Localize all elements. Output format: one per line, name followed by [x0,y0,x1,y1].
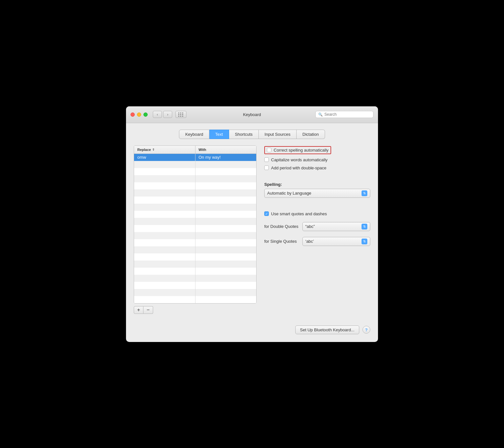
table-row[interactable] [134,289,256,296]
spelling-section: Spelling: Automatic by Language ⇅ [264,182,370,198]
cell-with [195,246,257,253]
tab-shortcuts[interactable]: Shortcuts [229,130,259,139]
table-row[interactable] [134,268,256,275]
cell-replace [134,161,195,168]
table-row[interactable] [134,189,256,197]
cell-replace [134,282,195,289]
double-quotes-arrow-icon: ⇅ [362,224,367,229]
table-row[interactable] [134,218,256,225]
single-quotes-label: for Single Quotes [264,239,300,244]
cell-with [195,168,257,175]
smart-quotes-checkbox[interactable]: ✓ [264,211,269,216]
main-window: ‹ › Keyboard 🔍 Keyboard Text Shortcuts I… [126,106,378,342]
single-quotes-value: ‘abc’ [305,239,314,244]
search-box[interactable]: 🔍 [315,111,373,118]
content-area: Keyboard Text Shortcuts Input Sources Di… [126,123,378,342]
correct-spelling-highlight: Correct spelling automatically [264,146,331,154]
table-row[interactable] [134,246,256,253]
table-row[interactable] [134,239,256,246]
maximize-button[interactable] [143,112,148,117]
table-row[interactable] [134,253,256,261]
tab-input-sources[interactable]: Input Sources [259,130,297,139]
table-row[interactable] [134,261,256,268]
correct-spelling-checkbox[interactable] [267,148,271,152]
cell-with [195,253,257,261]
grid-button[interactable] [175,111,186,118]
cell-replace [134,197,195,204]
cell-replace [134,211,195,218]
double-quotes-row: for Double Quotes “abc” ⇅ [264,222,370,231]
cell-with [195,239,257,246]
cell-with [195,282,257,289]
help-button[interactable]: ? [362,326,370,334]
cell-with [195,204,257,211]
footer: Set Up Bluetooth Keyboard... ? [134,322,370,334]
smart-quotes-label: Use smart quotes and dashes [271,211,327,216]
cell-with [195,218,257,225]
tabs: Keyboard Text Shortcuts Input Sources Di… [134,130,370,139]
table-row[interactable]: omw On my way! [134,154,256,161]
spelling-dropdown[interactable]: Automatic by Language ⇅ [264,189,370,198]
table-section: Replace ⇧ With omw On my way! [134,145,257,314]
table-row[interactable] [134,282,256,289]
cell-replace [134,289,195,296]
cell-with [195,225,257,232]
single-quotes-row: for Single Quotes ‘abc’ ⇅ [264,237,370,246]
capitalize-words-checkbox[interactable] [264,157,269,162]
table-row[interactable] [134,225,256,232]
settings-section: Correct spelling automatically Capitaliz… [264,145,370,246]
tab-text[interactable]: Text [209,130,229,139]
single-quotes-dropdown[interactable]: ‘abc’ ⇅ [302,237,370,246]
tab-dictation[interactable]: Dictation [297,130,325,139]
cell-with [195,232,257,239]
correct-spelling-row: Correct spelling automatically [264,146,370,154]
table-row[interactable] [134,211,256,218]
cell-with [195,268,257,275]
cell-replace [134,239,195,246]
back-button[interactable]: ‹ [153,111,162,118]
table-row[interactable] [134,175,256,182]
correct-spelling-label: Correct spelling automatically [274,148,329,153]
minimize-button[interactable] [137,112,141,117]
table-row[interactable] [134,182,256,189]
add-row-button[interactable]: + [134,306,143,314]
bluetooth-keyboard-button[interactable]: Set Up Bluetooth Keyboard... [295,325,359,334]
cell-with [195,275,257,282]
spelling-label: Spelling: [264,182,370,187]
column-with: With [195,146,257,154]
cell-replace [134,204,195,211]
add-period-label: Add period with double-space [271,165,326,170]
table-row[interactable] [134,204,256,211]
table-row[interactable] [134,275,256,282]
spelling-dropdown-label: Automatic by Language [267,191,311,196]
table-row[interactable] [134,232,256,239]
cell-replace [134,268,195,275]
cell-with [195,261,257,268]
window-title: Keyboard [243,112,261,117]
main-area: Replace ⇧ With omw On my way! [134,145,370,314]
tab-keyboard[interactable]: Keyboard [179,130,209,139]
add-period-row: Add period with double-space [264,165,370,170]
cell-with [195,211,257,218]
table-row[interactable] [134,296,256,303]
cell-replace [134,218,195,225]
cell-with [195,161,257,168]
add-period-checkbox[interactable] [264,165,269,170]
forward-button[interactable]: › [163,111,172,118]
search-input[interactable] [324,112,371,117]
double-quotes-label: for Double Quotes [264,224,300,229]
table-row[interactable] [134,161,256,168]
close-button[interactable] [131,112,135,117]
table-row[interactable] [134,168,256,175]
cell-replace [134,246,195,253]
capitalize-words-row: Capitalize words automatically [264,157,370,162]
cell-replace [134,168,195,175]
remove-row-button[interactable]: − [143,306,153,314]
table-row[interactable] [134,197,256,204]
cell-with [195,189,257,197]
grid-icon [178,112,184,117]
cell-replace [134,261,195,268]
smart-quotes-row: ✓ Use smart quotes and dashes [264,211,370,216]
double-quotes-dropdown[interactable]: “abc” ⇅ [302,222,370,231]
column-replace: Replace ⇧ [134,146,195,154]
